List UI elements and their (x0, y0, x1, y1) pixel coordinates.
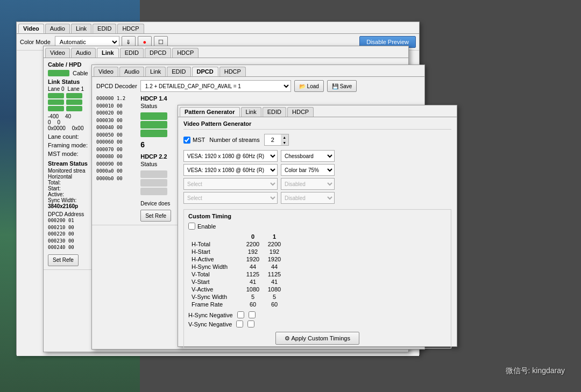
win3-tab-edid[interactable]: EDID (167, 67, 190, 76)
load-icon: 📂 (299, 83, 306, 89)
val-hex0: 0x0000 (48, 125, 66, 131)
timing-row: H-Sync Width 44 44 (188, 263, 285, 270)
vga-row-2: VESA: 1920 x 1080 @ 60Hz (R) Color bar 7… (183, 164, 451, 176)
hdcp14-status: Status (140, 103, 171, 109)
device-does: Device does (140, 201, 171, 206)
vga-row-1: VESA: 1920 x 1080 @ 60Hz (R) Chessboard … (183, 150, 451, 162)
pattern-select-1[interactable]: Chessboard Color bar Disabled Custom (281, 150, 335, 162)
mst-checkbox-label[interactable]: MST (183, 137, 205, 144)
win1-tab-edid[interactable]: EDID (93, 24, 116, 33)
vga-select-1[interactable]: VESA: 1920 x 1080 @ 60Hz (R) (183, 150, 278, 162)
timing-val-0: 41 (242, 278, 264, 286)
dpcd-decoder-label: DPCD Decoder (96, 83, 137, 89)
timing-row: V-Sync Width 5 5 (188, 293, 285, 301)
timing-val-1: 192 (264, 248, 285, 255)
lane1-label: Lane 1 (68, 86, 84, 92)
vga-select-3[interactable]: Select Disabled (183, 178, 278, 190)
vga-select-2[interactable]: VESA: 1920 x 1080 @ 60Hz (R) (183, 164, 278, 176)
vsync-checkbox-0[interactable] (236, 320, 243, 327)
timing-label: V-Sync Width (188, 293, 242, 301)
pattern-section: Video Pattern Generator MST Number of st… (178, 117, 457, 352)
hsync-label: H-Sync Negative (188, 312, 233, 318)
timing-val-1: 1920 (264, 255, 285, 263)
timing-val-1: 1125 (264, 270, 285, 278)
hsync-checkbox-0[interactable] (237, 311, 244, 318)
apply-custom-timings-btn[interactable]: ⚙ Apply Custom Timings (275, 332, 359, 345)
win4-tab-pattern[interactable]: Pattern Generator (180, 107, 240, 117)
timing-val-0: 1080 (242, 286, 264, 293)
timing-row: H-Start 192 192 (188, 248, 285, 255)
win3-tab-dpcd[interactable]: DPCD (192, 67, 218, 76)
stepper-down[interactable]: ▼ (281, 140, 288, 145)
timing-val-0: 5 (242, 293, 264, 301)
stepper-up[interactable]: ▲ (281, 134, 288, 140)
win2-tab-hdcp[interactable]: HDCP (172, 48, 199, 58)
win4-tab-link[interactable]: Link (241, 107, 261, 117)
win1-tab-audio[interactable]: Audio (45, 24, 70, 33)
timing-val-0: 1920 (242, 255, 264, 263)
save-icon: 💾 (332, 83, 338, 89)
pattern-select-4[interactable]: Disabled (281, 192, 335, 204)
window-4-pattern-generator: Pattern Generator Link EDID HDCP Video P… (178, 105, 457, 347)
win1-tabs: Video Audio Link EDID HDCP (17, 22, 419, 34)
win3-tab-link[interactable]: Link (145, 67, 166, 76)
col-1: 1 (264, 233, 285, 240)
win4-tab-hdcp[interactable]: HDCP (287, 107, 314, 117)
win1-tab-hdcp[interactable]: HDCP (117, 24, 144, 33)
val-0b: 0 (58, 119, 61, 125)
timing-label: V-Active (188, 286, 242, 293)
custom-timing-section: Custom Timing Enable 0 1 H-Total 2200 22… (183, 209, 451, 348)
pattern-select-3[interactable]: Disabled (281, 178, 335, 190)
val-neg400: -400 (48, 113, 59, 119)
num-streams-label: Number of streams (209, 137, 260, 143)
pattern-select-2[interactable]: Color bar 75% Chessboard Disabled Custom (281, 164, 335, 176)
hsync-row: H-Sync Negative (188, 311, 447, 318)
win3-tab-audio[interactable]: Audio (119, 67, 144, 76)
timing-val-1: 60 (264, 301, 285, 308)
vga-select-4[interactable]: Select Disabled (183, 192, 278, 204)
win2-tabs: Video Audio Link EDID DPCD HDCP (44, 46, 408, 58)
mst-checkbox[interactable] (183, 137, 190, 144)
hdcp22-title: HDCP 2.2 (140, 153, 171, 160)
win2-tab-link[interactable]: Link (97, 48, 119, 58)
num-streams-stepper[interactable]: ▲ ▼ (264, 134, 289, 146)
lane-count-label: Lane count: (48, 133, 79, 140)
win4-tab-edid[interactable]: EDID (263, 107, 286, 117)
win2-tab-dpcd[interactable]: DPCD (145, 48, 171, 58)
mst-mode-label: MST mode: (48, 151, 79, 157)
video-pattern-title: Video Pattern Generator (183, 120, 451, 130)
dpcd-decoder-select[interactable]: 1.2 + DETAILED_CAP_INFO_AVAIL = 1 (140, 80, 291, 92)
timing-val-0: 1125 (242, 270, 264, 278)
save-btn[interactable]: 💾 Save (327, 80, 357, 92)
hdcp14-title: HDCP 1.4 (140, 95, 171, 102)
win2-tab-audio[interactable]: Audio (71, 48, 96, 58)
vga-row-4: Select Disabled Disabled (183, 192, 451, 204)
enable-checkbox[interactable] (188, 223, 195, 230)
win3-tab-video[interactable]: Video (94, 67, 118, 76)
win3-tabs: Video Audio Link EDID DPCD HDCP (92, 65, 424, 77)
timing-val-1: 44 (264, 263, 285, 270)
timing-val-0: 44 (242, 263, 264, 270)
timing-label: H-Total (188, 240, 242, 248)
win2-tab-video[interactable]: Video (45, 48, 70, 58)
num-streams-input[interactable] (265, 134, 281, 145)
vsync-checkbox-1[interactable] (247, 320, 254, 327)
win3-tab-hdcp[interactable]: HDCP (219, 67, 246, 76)
load-btn[interactable]: 📂 Load (294, 80, 324, 92)
win1-tab-link[interactable]: Link (71, 24, 91, 33)
set-ref-btn-win3[interactable]: Set Refe (140, 210, 171, 222)
hsync-checkbox-1[interactable] (249, 311, 256, 318)
col-label (188, 233, 242, 240)
timing-label: H-Start (188, 248, 242, 255)
timing-row: V-Total 1125 1125 (188, 270, 285, 278)
timing-label: V-Total (188, 270, 242, 278)
vsync-label: V-Sync Negative (188, 321, 232, 327)
timing-label: V-Start (188, 278, 242, 286)
watermark: 微信号: kingdaray (506, 366, 565, 376)
set-ref-btn-win2[interactable]: Set Refe (48, 254, 79, 266)
win2-tab-edid[interactable]: EDID (120, 48, 144, 58)
win1-tab-video[interactable]: Video (18, 24, 44, 33)
enable-label[interactable]: Enable (188, 223, 447, 230)
lane0-label: Lane 0 (48, 86, 65, 92)
hdcp14-value: 6 (140, 140, 171, 149)
